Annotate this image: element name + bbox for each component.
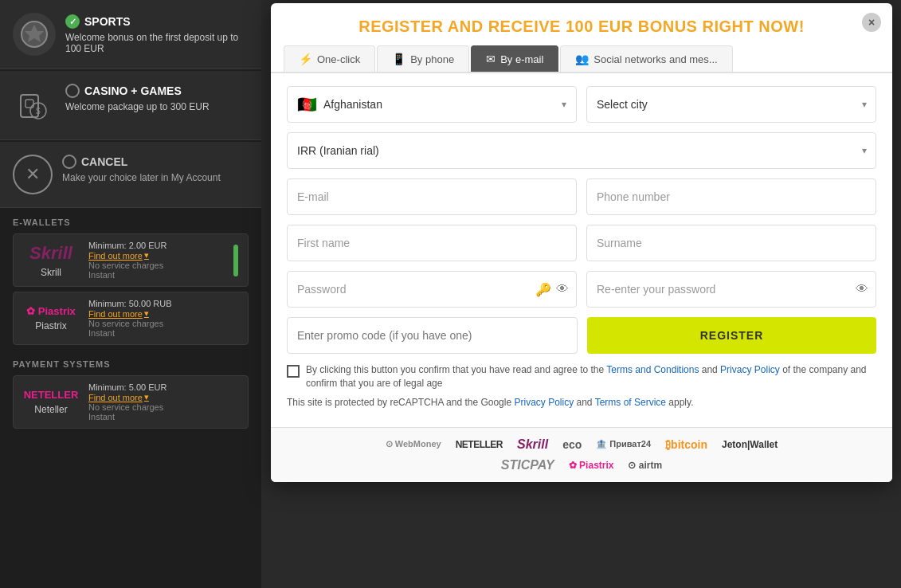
phone-input[interactable] — [586, 178, 876, 215]
tab-by-email[interactable]: ✉ By e-mail — [471, 45, 558, 72]
currency-select[interactable]: IRR (Iranian rial) — [287, 132, 876, 169]
skrill-item[interactable]: Skrill Skrill Minimum: 2.00 EUR Find out… — [13, 233, 249, 287]
email-icon: ✉ — [486, 53, 496, 65]
jeton-logo: Jeton|Wallet — [722, 439, 778, 450]
password-input[interactable] — [287, 271, 577, 308]
logos-row-1: ⊙ WebMoney NETELLER Skrill eco 🏦 Приват2… — [287, 437, 876, 452]
payment-section: PAYMENT SYSTEMS NETELLER Neteller Minimu… — [0, 353, 261, 437]
piastrix-find[interactable]: Find out more ▾ — [88, 308, 238, 319]
phone-icon: 📱 — [392, 53, 405, 65]
sidebar-casino-item[interactable]: $ CASINO + GAMES Welcome package up to 3… — [0, 71, 261, 140]
terms-row: By clicking this button you confirm that… — [287, 363, 876, 390]
sidebar-cancel-item[interactable]: ✕ CANCEL Make your choice later in My Ac… — [0, 142, 261, 208]
casino-info: CASINO + GAMES Welcome package up to 300… — [65, 84, 210, 112]
password-row: 🔑 👁 👁 — [287, 271, 876, 308]
modal-title-highlight: 100 EUR BONUS RIGHT NOW! — [566, 18, 805, 35]
neteller-item[interactable]: NETELLER Neteller Minimum: 5.00 EUR Find… — [13, 375, 249, 429]
reenter-input[interactable] — [586, 271, 876, 308]
sports-title-label: SPORTS — [84, 15, 131, 28]
sticpay-logo: STICPAY — [501, 458, 554, 472]
cancel-radio — [62, 155, 76, 169]
svg-text:$: $ — [36, 107, 41, 116]
reenter-eye-icon[interactable]: 👁 — [856, 282, 868, 296]
piastrix-service: No service charges — [88, 319, 238, 328]
logos-row-2: STICPAY ✿ Piastrix ⊙ airtm — [287, 458, 876, 472]
lightning-icon: ⚡ — [299, 53, 312, 65]
city-select-wrapper: Select city ▾ — [586, 86, 876, 123]
terms-link1[interactable]: Terms and Conditions — [606, 364, 699, 375]
terms-text: By clicking this button you confirm that… — [306, 363, 876, 390]
email-group — [287, 178, 577, 215]
country-select[interactable]: 🇦🇫 Afghanistan ▾ — [287, 86, 577, 123]
password-icons: 🔑 👁 — [535, 282, 569, 297]
sports-desc: Welcome bonus on the first deposit up to… — [65, 32, 249, 54]
skrill-find[interactable]: Find out more ▾ — [88, 250, 224, 261]
firstname-group — [287, 225, 577, 261]
skrill-logo: Skrill — [23, 243, 79, 264]
payment-title: PAYMENT SYSTEMS — [13, 359, 249, 369]
eye-icon[interactable]: 👁 — [556, 282, 569, 297]
tab-by-phone[interactable]: 📱 By phone — [377, 45, 469, 72]
country-flag: 🇦🇫 — [297, 95, 317, 114]
ewallets-title: E-WALLETS — [13, 218, 249, 227]
airtm-logo: ⊙ airtm — [628, 460, 662, 471]
tab-social-label: Social networks and mes... — [593, 53, 717, 65]
piastrix-logo-col: ✿ Piastrix Piastrix — [23, 305, 79, 331]
piastrix-min: Minimum: 50.00 RUB — [88, 299, 238, 308]
captcha-link1[interactable]: Privacy Policy — [514, 397, 574, 408]
cancel-desc: Make your choice later in My Account — [62, 172, 249, 183]
skrill-name: Skrill — [41, 267, 61, 278]
skrill-min: Minimum: 2.00 EUR — [88, 241, 224, 250]
modal-close-button[interactable]: × — [862, 13, 881, 32]
captcha-link2[interactable]: Terms of Service — [595, 397, 666, 408]
modal-title-start: REGISTER AND RECEIVE — [358, 18, 566, 35]
piastrix-name: Piastrix — [35, 320, 66, 331]
terms-checkbox[interactable] — [287, 365, 300, 378]
currency-row: IRR (Iranian rial) ▾ — [287, 132, 876, 169]
registration-form: 🇦🇫 Afghanistan ▾ Select city ▾ IRR (Iran… — [271, 73, 892, 427]
promo-register-row: REGISTER — [287, 317, 876, 354]
sidebar: ✓ SPORTS Welcome bonus on the first depo… — [0, 0, 261, 588]
piastrix-item[interactable]: ✿ Piastrix Piastrix Minimum: 50.00 RUB F… — [13, 292, 249, 345]
currency-select-wrapper: IRR (Iranian rial) ▾ — [287, 132, 876, 169]
terms-link2[interactable]: Privacy Policy — [720, 364, 780, 375]
sidebar-sports-item[interactable]: ✓ SPORTS Welcome bonus on the first depo… — [0, 0, 261, 69]
piastrix-instant: Instant — [88, 328, 238, 338]
surname-group — [586, 225, 876, 261]
casino-title-label: CASINO + GAMES — [84, 84, 182, 97]
piastrix-logo: ✿ Piastrix — [23, 305, 79, 317]
eco-logo: eco — [562, 438, 582, 451]
promo-input[interactable] — [287, 317, 578, 354]
tabs-container: ⚡ One-click 📱 By phone ✉ By e-mail 👥 Soc… — [271, 45, 892, 73]
skrill-logo-bottom: Skrill — [517, 437, 548, 452]
cancel-title-label: CANCEL — [81, 155, 127, 168]
email-input[interactable] — [287, 178, 577, 215]
neteller-find[interactable]: Find out more ▾ — [88, 392, 238, 402]
sports-ball-icon — [13, 13, 56, 56]
neteller-logo-bottom: NETELLER — [456, 439, 503, 450]
password-group: 🔑 👁 — [287, 271, 577, 308]
country-value: Afghanistan — [323, 98, 555, 111]
registration-modal: × REGISTER AND RECEIVE 100 EUR BONUS RIG… — [271, 3, 892, 482]
bitcoin-logo: ₿bitcoin — [665, 438, 707, 451]
city-select[interactable]: Select city — [586, 86, 876, 123]
reenter-icons: 👁 — [856, 282, 868, 296]
phone-group — [586, 178, 876, 215]
country-city-row: 🇦🇫 Afghanistan ▾ Select city ▾ — [287, 86, 876, 123]
surname-input[interactable] — [586, 225, 876, 261]
cancel-x-icon: ✕ — [13, 155, 53, 194]
register-button[interactable]: REGISTER — [587, 317, 876, 354]
tab-social[interactable]: 👥 Social networks and mes... — [560, 45, 732, 72]
casino-desc: Welcome package up to 300 EUR — [65, 101, 210, 112]
skrill-logo-col: Skrill Skrill — [23, 243, 79, 278]
country-chevron-icon: ▾ — [562, 99, 566, 110]
firstname-input[interactable] — [287, 225, 577, 261]
social-icon: 👥 — [575, 53, 589, 65]
payment-logos-section: ⊙ WebMoney NETELLER Skrill eco 🏦 Приват2… — [271, 427, 892, 482]
reenter-group: 👁 — [586, 271, 876, 308]
piastrix-logo-bottom: ✿ Piastrix — [569, 460, 614, 471]
captcha-text: This site is protected by reCAPTCHA and … — [287, 397, 876, 408]
sports-info: ✓ SPORTS Welcome bonus on the first depo… — [65, 14, 249, 54]
neteller-instant: Instant — [88, 412, 238, 421]
tab-one-click[interactable]: ⚡ One-click — [284, 45, 375, 72]
